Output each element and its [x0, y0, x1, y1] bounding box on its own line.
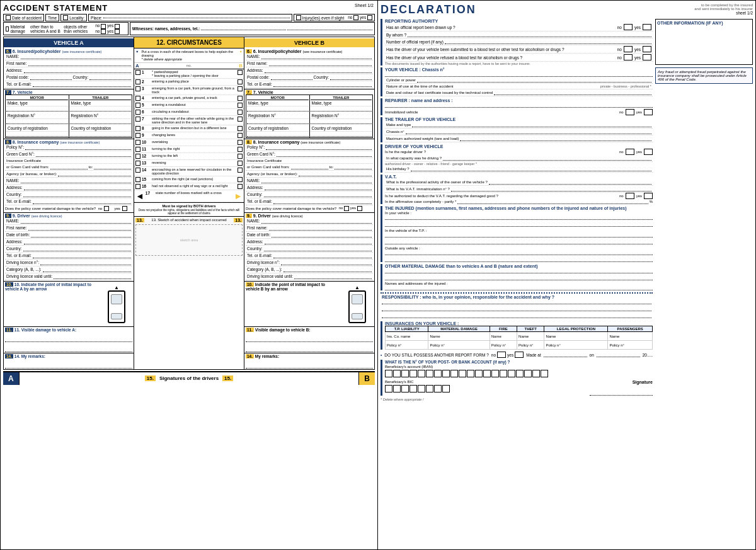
circ-a-16[interactable]: [135, 184, 140, 189]
circ-b-8[interactable]: [238, 126, 243, 131]
s14b-section: 14. My remarks:: [244, 353, 374, 369]
circ-b-11[interactable]: [238, 147, 243, 152]
place-field[interactable]: Place:: [88, 14, 292, 21]
responsibility-section: RESPONSIBILITY : who is, in your opinion…: [381, 292, 653, 319]
circ-item-1: 1 * parked/stopped* leaving a parking pl…: [134, 69, 244, 79]
circ-b-13[interactable]: [238, 161, 243, 166]
date-checkbox[interactable]: [6, 15, 11, 20]
refused-no[interactable]: [624, 54, 633, 60]
circ-item-11: 11 turning to the right: [134, 146, 244, 153]
circ-b-3[interactable]: [238, 86, 243, 91]
immob-no[interactable]: [626, 109, 634, 115]
reporting-no[interactable]: [624, 24, 633, 30]
tel-a: Tel. or E-mail:: [5, 81, 132, 88]
blood-yes[interactable]: [643, 46, 651, 52]
circ-b-1[interactable]: [238, 70, 243, 75]
date-field[interactable]: Date of accident: [3, 14, 44, 21]
ins-co-3: Name: [490, 332, 517, 341]
circ-b-6[interactable]: [238, 110, 243, 115]
vehicle-a-section: VEHICLE A 6. 6. Insured/policyholder (se…: [4, 37, 134, 369]
col-passengers: PASSENGERS: [608, 326, 653, 332]
circ-a-13[interactable]: [135, 161, 140, 166]
policy-1: Policy n°: [386, 341, 428, 350]
material-checkbox[interactable]: [6, 26, 9, 32]
iban-boxes: [385, 370, 653, 377]
blood-no[interactable]: [624, 46, 633, 52]
circ-item-7: 7 striking the rear of the other vehicle…: [134, 116, 244, 125]
policy-2: Policy n°: [428, 341, 490, 350]
another-no[interactable]: [497, 352, 506, 358]
circumstances-section: 12. CIRCUMSTANCES ▼ Put a cross in each …: [134, 37, 244, 369]
s11a-section: 11. 11. Visible damage to vehicle A:: [4, 327, 134, 353]
circ-a-4[interactable]: [135, 96, 140, 101]
circ-a-7[interactable]: [135, 117, 140, 122]
vat-no[interactable]: [626, 193, 634, 199]
circ-a-9[interactable]: [135, 133, 140, 138]
material-damage-section: Material damage other than to vehicles A…: [3, 22, 129, 35]
reporting-yes[interactable]: [643, 24, 651, 30]
circ-item-3: 3 emerging from a car park, from private…: [134, 86, 244, 95]
injured-section: THE INJURED (mention surnames, first nam…: [381, 206, 653, 262]
circ-instruction: ▼ Put a cross in each of the relevant bo…: [134, 49, 244, 63]
circ-b-15[interactable]: [238, 177, 243, 182]
circ-a-1[interactable]: [135, 70, 140, 75]
regular-driver-yes[interactable]: [644, 149, 653, 155]
circ-a-3[interactable]: [135, 86, 140, 91]
declaration-form: DECLARATION to be completed by the insur…: [378, 0, 756, 550]
circ-a-10[interactable]: [135, 140, 140, 145]
yes-checkbox[interactable]: [367, 15, 372, 20]
accident-title: ACCIDENT STATEMENT: [3, 3, 108, 13]
circ-b-5[interactable]: [238, 103, 243, 108]
s7a-title: 7. 7. Vehicle: [5, 90, 132, 95]
locality-field[interactable]: Locality:: [60, 14, 87, 21]
vat-yes[interactable]: [644, 193, 653, 199]
circ-b-12[interactable]: [238, 154, 243, 159]
circ-a-12[interactable]: [135, 154, 140, 159]
circ-b-10[interactable]: [238, 140, 243, 145]
time-field[interactable]: Time: [45, 14, 59, 21]
circ-a-8[interactable]: [135, 126, 140, 131]
circ-item-14: 14 encroaching on a lane reserved for ci…: [134, 167, 244, 176]
sketch-area: sketch area: [135, 224, 243, 256]
circ-a-15[interactable]: [135, 177, 140, 182]
no-checkbox[interactable]: [353, 15, 358, 20]
ins-co-5: Name: [544, 332, 608, 341]
s11a-title: 11. 11. Visible damage to vehicle A:: [5, 328, 132, 332]
vat-section: V.A.T. What is the professional activity…: [381, 175, 653, 204]
circ-a-2[interactable]: [135, 79, 140, 84]
immob-yes[interactable]: [644, 109, 653, 115]
circ-b-16[interactable]: [238, 184, 243, 189]
locality-checkbox[interactable]: [63, 15, 68, 20]
circ-a-6[interactable]: [135, 110, 140, 115]
policy-6: Policy n°: [608, 341, 653, 350]
circ-b-2[interactable]: [238, 79, 243, 84]
firstname-a: First name:: [5, 60, 132, 67]
insurances-section: INSURANCES ON YOUR VEHICLE : T.P. LIABIL…: [381, 321, 653, 350]
circ-a-14[interactable]: [135, 168, 140, 173]
s8a-title: 8. 8. Insurance company (see insurance c…: [5, 140, 132, 144]
material-q-a: Does the policy cover material damage to…: [5, 205, 132, 212]
repairer-section: REPAIRER : name and address : Immobilize…: [381, 98, 653, 115]
policy-4: Policy n°: [517, 341, 544, 350]
decl-subtitle-top: to be completed by the insuredand sent i…: [694, 3, 753, 11]
circ-item-5: 5 entering a roundabout: [134, 102, 244, 109]
circ-b-14[interactable]: [238, 168, 243, 173]
col-material: MATERIAL DAMAGE: [428, 326, 490, 332]
car-diagram-a: ▲: [101, 282, 132, 326]
circ-b-9[interactable]: [238, 133, 243, 138]
regular-driver-no[interactable]: [626, 149, 634, 155]
circ-a-5[interactable]: [135, 103, 140, 108]
circ-item-4: 4 entering a car park, private ground, a…: [134, 95, 244, 102]
circ-b-7[interactable]: [238, 117, 243, 122]
refused-yes[interactable]: [643, 54, 651, 60]
vehicle-b-section: VEHICLE B 6. 6. Insured/policyholder (se…: [244, 37, 374, 369]
driver-section: DRIVER OF YOUR VEHICLE Is he the regular…: [381, 144, 653, 173]
s10a-section: 10. 10. Indicate the point of initial im…: [4, 282, 134, 327]
circ-b-4[interactable]: [238, 96, 243, 101]
circ-a-11[interactable]: [135, 147, 140, 152]
circ-item-15: 15 coming from the right (at road juncti…: [134, 176, 244, 183]
another-yes[interactable]: [515, 352, 524, 358]
injury-checkbox[interactable]: [296, 15, 301, 20]
your-vehicle-title: YOUR VEHICLE : Chassis n°: [385, 67, 653, 72]
ins-co-2: Name: [428, 332, 490, 341]
